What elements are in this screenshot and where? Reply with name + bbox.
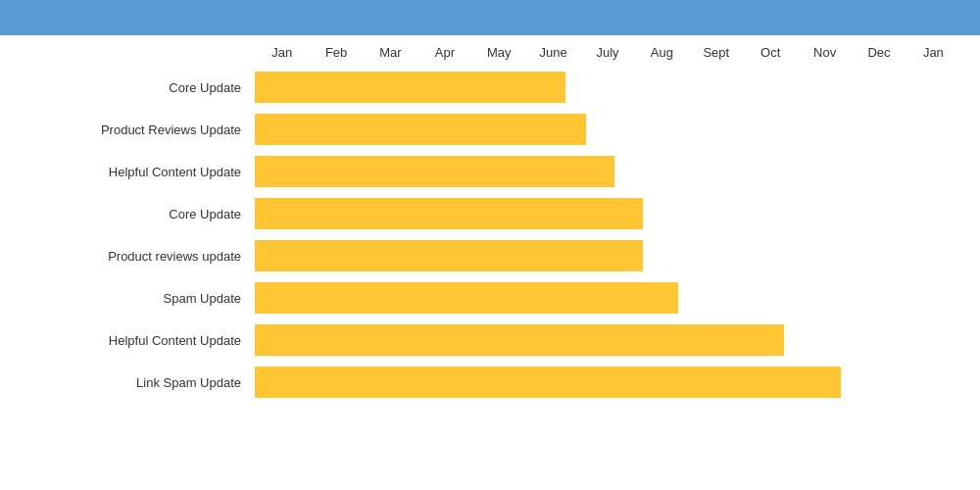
bar [255, 72, 565, 103]
bar [255, 114, 586, 145]
row-label: Product Reviews Update [10, 122, 255, 137]
row-label: Spam Update [10, 291, 255, 306]
row-label: Helpful Content Update [10, 165, 255, 179]
row-label: Core Update [10, 80, 255, 95]
bar-container [255, 72, 960, 103]
chart-row: Product reviews update [10, 236, 960, 275]
bar-container [255, 240, 960, 271]
month-label: June [526, 45, 580, 60]
page-header [0, 0, 980, 35]
month-label: Sept [689, 45, 743, 60]
bar-container [255, 114, 960, 145]
month-label: Feb [309, 45, 363, 60]
bar-container [255, 198, 960, 229]
month-label: Apr [417, 45, 471, 60]
bar [255, 367, 841, 398]
month-label: Nov [798, 45, 852, 60]
bar-container [255, 282, 960, 314]
chart-rows: Core UpdateProduct Reviews UpdateHelpful… [10, 68, 960, 402]
bar [255, 240, 643, 271]
row-label: Link Spam Update [10, 375, 255, 390]
chart-row: Helpful Content Update [10, 320, 960, 360]
page-wrapper: JanFebMarAprMayJuneJulyAugSeptOctNovDecJ… [0, 0, 980, 412]
month-label: Dec [852, 45, 906, 60]
month-label: Jan [255, 45, 309, 60]
chart-row: Helpful Content Update [10, 152, 960, 191]
bar [255, 198, 643, 229]
month-label: Jan [906, 45, 960, 60]
chart-row: Core Update [10, 194, 960, 233]
chart-row: Spam Update [10, 278, 960, 318]
bar [255, 156, 614, 187]
row-label: Core Update [10, 207, 255, 221]
bar [255, 324, 784, 356]
chart-row: Link Spam Update [10, 363, 960, 402]
bar-container [255, 156, 960, 187]
bar-container [255, 367, 960, 398]
row-label: Helpful Content Update [10, 333, 255, 348]
month-axis: JanFebMarAprMayJuneJulyAugSeptOctNovDecJ… [255, 45, 960, 60]
month-label: Oct [744, 45, 798, 60]
chart-area: JanFebMarAprMayJuneJulyAugSeptOctNovDecJ… [0, 35, 980, 412]
month-label: Aug [635, 45, 689, 60]
bar [255, 282, 678, 314]
row-label: Product reviews update [10, 249, 255, 264]
month-label: May [472, 45, 526, 60]
chart-row: Core Update [10, 68, 960, 107]
bar-container [255, 324, 960, 356]
month-label: July [580, 45, 634, 60]
chart-row: Product Reviews Update [10, 110, 960, 149]
month-label: Mar [364, 45, 417, 60]
